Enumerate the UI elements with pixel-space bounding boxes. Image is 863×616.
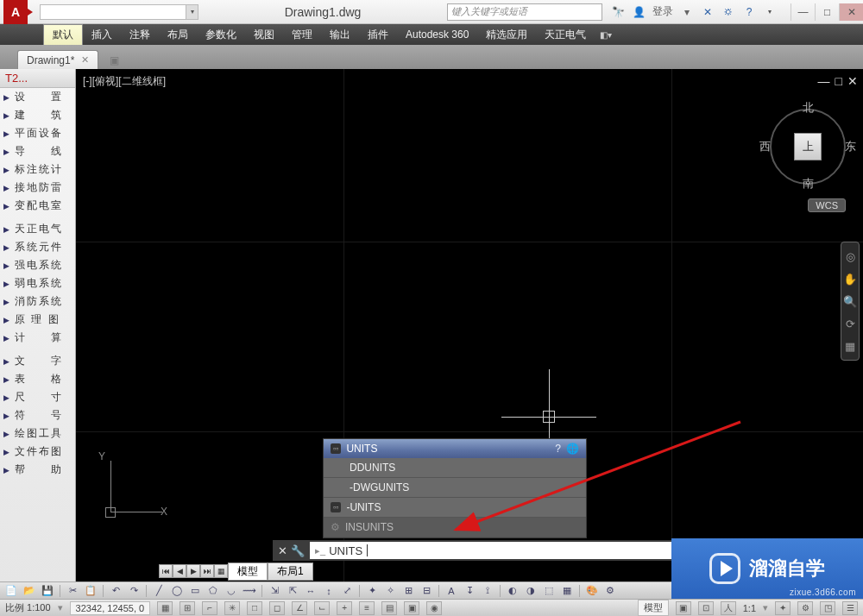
compass-west[interactable]: 西 (759, 139, 771, 154)
layout-tab[interactable]: 布局1 (268, 563, 313, 581)
autocomplete-item[interactable]: ⚙ INSUNITS (324, 518, 586, 537)
sidebar-item[interactable]: ▶消防系统 (0, 292, 75, 311)
space-label[interactable]: 模型 (638, 600, 669, 616)
tool-icon[interactable]: A (444, 584, 459, 598)
dyn-toggle[interactable]: + (337, 601, 352, 615)
tool-icon[interactable]: ↧ (462, 584, 477, 598)
tool-icon[interactable]: 📂 (22, 584, 37, 598)
tool-icon[interactable]: 📋 (83, 584, 98, 598)
status-icon[interactable]: ▣ (676, 601, 691, 615)
vp-close-icon[interactable]: ✕ (847, 74, 858, 88)
sidebar-item[interactable]: ▶文件布图 (0, 443, 75, 461)
tool-icon[interactable]: ⊟ (419, 584, 434, 598)
ribbon-tab-insert[interactable]: 插入 (83, 24, 121, 45)
status-icon[interactable]: ☰ (842, 601, 858, 615)
autocomplete-header[interactable]: ▫▫ UNITS ? 🌐 (324, 439, 586, 458)
sidebar-item[interactable]: ▶绘图工具 (0, 424, 75, 443)
ortho-toggle[interactable]: ⌐ (202, 601, 217, 615)
sidebar-item[interactable]: ▶原 理 图 (0, 311, 75, 329)
close-button[interactable]: ✕ (839, 3, 863, 21)
sidebar-item[interactable]: ▶符 号 (0, 406, 75, 424)
showmotion-icon[interactable]: ▦ (843, 337, 857, 355)
autocomplete-item[interactable]: -DWGUNITS (324, 478, 586, 498)
app-logo[interactable]: A (3, 0, 28, 24)
anno-scale-value[interactable]: 1:1 (743, 603, 756, 613)
tab-prev-icon[interactable]: ◀ (173, 564, 186, 578)
ribbon-tab-featured[interactable]: 精选应用 (477, 24, 536, 45)
new-document-tab[interactable]: ▣ (104, 52, 124, 69)
sidebar-item[interactable]: ▶设 置 (0, 88, 75, 106)
autocomplete-item[interactable]: DDUNITS (324, 458, 586, 478)
autocomplete-item[interactable]: ▫▫ -UNITS (324, 498, 586, 518)
tool-icon[interactable]: ⟿ (242, 584, 257, 598)
maximize-button[interactable]: □ (815, 3, 839, 21)
ribbon-tab-layout[interactable]: 布局 (159, 24, 197, 45)
sidebar-item[interactable]: ▶尺 寸 (0, 388, 75, 406)
tool-icon[interactable]: ↶ (108, 584, 123, 598)
tool-icon[interactable]: ↕ (321, 584, 337, 598)
polar-toggle[interactable]: ✳ (224, 601, 240, 615)
ribbon-tab-manage[interactable]: 管理 (283, 24, 321, 45)
close-icon[interactable]: ✕ (81, 54, 89, 66)
tool-icon[interactable]: ⇲ (267, 584, 282, 598)
exchange-x-icon[interactable]: ✕ (701, 5, 715, 19)
tab-next-icon[interactable]: ▶ (186, 564, 200, 578)
chevron-down-icon[interactable]: ▾ (763, 5, 777, 19)
qp-toggle[interactable]: ▣ (404, 601, 419, 615)
tool-icon[interactable]: 💾 (40, 584, 55, 598)
tool-icon[interactable]: ◯ (169, 584, 185, 598)
tool-icon[interactable]: ╱ (151, 584, 167, 598)
tool-icon[interactable]: ↔ (303, 584, 318, 598)
vp-maximize-icon[interactable]: □ (835, 74, 842, 88)
help-search-input[interactable]: 键入关键字或短语 (447, 3, 602, 21)
tab-last-icon[interactable]: ⏭ (200, 564, 214, 578)
sidebar-item[interactable]: ▶平面设备 (0, 124, 75, 142)
ribbon-overflow-icon[interactable]: ◧▾ (595, 24, 617, 45)
sidebar-item[interactable]: ▶文 字 (0, 352, 75, 370)
drawing-canvas[interactable]: [-][俯视][二维线框] — □ ✕ 北 南 东 西 上 WCS ◎ ✋ 🔍 … (76, 69, 863, 581)
sidebar-item[interactable]: ▶建 筑 (0, 106, 75, 124)
exchange-a-icon[interactable]: ⛭ (721, 5, 735, 19)
document-tab[interactable]: Drawing1* ✕ (17, 50, 98, 69)
pan-icon[interactable]: ✋ (843, 270, 857, 287)
orbit-icon[interactable]: ⟳ (843, 315, 857, 332)
anno-scale-icon[interactable]: 人 (721, 601, 736, 615)
ribbon-tab-a360[interactable]: Autodesk 360 (397, 24, 477, 45)
ribbon-tab-tangent[interactable]: 天正电气 (536, 24, 595, 45)
ribbon-tab-plugin[interactable]: 插件 (359, 24, 397, 45)
cmdline-close-icon[interactable]: ✕ (278, 544, 287, 557)
tool-icon[interactable]: ◡ (224, 584, 239, 598)
quick-access-dropdown[interactable]: ▾ (186, 4, 198, 20)
status-icon[interactable]: ✦ (775, 601, 791, 615)
sidebar-item[interactable]: ▶接地防雷 (0, 179, 75, 197)
tool-icon[interactable]: ⟟ (480, 584, 495, 598)
quick-access-input[interactable] (40, 4, 186, 20)
model-tab[interactable]: 模型 (228, 563, 268, 581)
ribbon-tab-default[interactable]: 默认 (43, 24, 83, 45)
chevron-down-icon[interactable]: ▾ (680, 5, 694, 19)
viewcube[interactable]: 北 南 东 西 上 (765, 104, 851, 190)
tpy-toggle[interactable]: ▤ (381, 601, 397, 615)
tool-icon[interactable]: ◑ (523, 584, 539, 598)
tab-first-icon[interactable]: ⏮ (159, 564, 173, 578)
sidebar-item[interactable]: ▶表 格 (0, 370, 75, 388)
login-link[interactable]: 登录 (652, 4, 673, 19)
tool-icon[interactable]: ▦ (559, 584, 575, 598)
lwt-toggle[interactable]: ≡ (359, 601, 375, 615)
wcs-badge[interactable]: WCS (808, 198, 846, 212)
tool-icon[interactable]: ◐ (505, 584, 520, 598)
3dosnap-toggle[interactable]: ◻ (269, 601, 285, 615)
snap-toggle[interactable]: ▦ (157, 601, 173, 615)
tab-list-icon[interactable]: ▦ (214, 564, 228, 578)
help-icon[interactable]: ? (742, 5, 756, 19)
sidebar-item[interactable]: ▶标注统计 (0, 160, 75, 179)
ducs-toggle[interactable]: ⌙ (314, 601, 330, 615)
status-icon[interactable]: ◳ (820, 601, 835, 615)
nav-wheel-icon[interactable]: ◎ (843, 248, 857, 265)
grid-toggle[interactable]: ⊞ (180, 601, 195, 615)
tool-icon[interactable]: ⊞ (400, 584, 416, 598)
cmdline-wrench-icon[interactable]: 🔧 (291, 544, 305, 557)
sidebar-item[interactable]: ▶系统元件 (0, 238, 75, 256)
sidebar-item[interactable]: ▶计 算 (0, 329, 75, 347)
tool-icon[interactable]: ⚙ (602, 584, 618, 598)
